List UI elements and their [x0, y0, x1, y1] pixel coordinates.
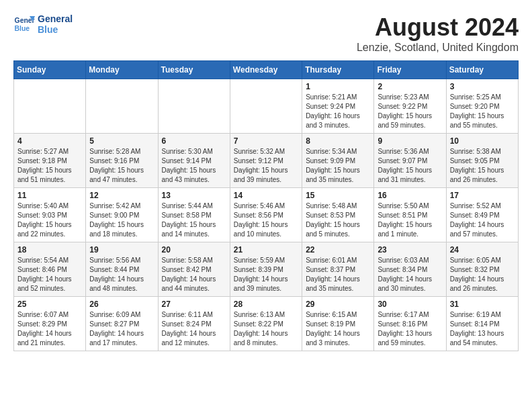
- day-number: 3: [450, 82, 515, 91]
- cell-content: Sunrise: 6:03 AM Sunset: 8:34 PM Dayligh…: [378, 256, 442, 293]
- calendar-cell: 8Sunrise: 5:34 AM Sunset: 9:09 PM Daylig…: [302, 134, 374, 188]
- calendar-cell: 21Sunrise: 5:59 AM Sunset: 8:39 PM Dayli…: [230, 242, 302, 297]
- logo-icon: General Blue: [13, 13, 35, 35]
- cell-content: Sunrise: 5:42 AM Sunset: 9:00 PM Dayligh…: [89, 201, 154, 239]
- calendar-cell: 5Sunrise: 5:28 AM Sunset: 9:16 PM Daylig…: [86, 134, 158, 188]
- day-number: 28: [234, 300, 298, 309]
- day-number: 30: [378, 300, 442, 309]
- cell-content: Sunrise: 6:13 AM Sunset: 8:22 PM Dayligh…: [234, 310, 298, 348]
- day-number: 15: [306, 191, 370, 200]
- calendar-cell: 22Sunrise: 6:01 AM Sunset: 8:37 PM Dayli…: [302, 242, 374, 297]
- cell-content: Sunrise: 6:09 AM Sunset: 8:27 PM Dayligh…: [89, 310, 154, 348]
- cell-content: Sunrise: 5:44 AM Sunset: 8:58 PM Dayligh…: [162, 201, 226, 239]
- calendar-cell: 10Sunrise: 5:38 AM Sunset: 9:05 PM Dayli…: [446, 134, 518, 188]
- cell-content: Sunrise: 6:15 AM Sunset: 8:19 PM Dayligh…: [306, 310, 370, 348]
- calendar-cell: [14, 79, 86, 134]
- day-number: 4: [17, 136, 82, 146]
- day-number: 11: [17, 191, 82, 200]
- calendar-cell: 9Sunrise: 5:36 AM Sunset: 9:07 PM Daylig…: [374, 134, 446, 188]
- day-number: 7: [234, 136, 298, 146]
- day-number: 18: [17, 245, 82, 255]
- cell-content: Sunrise: 5:54 AM Sunset: 8:46 PM Dayligh…: [17, 256, 82, 293]
- calendar-cell: 24Sunrise: 6:05 AM Sunset: 8:32 PM Dayli…: [446, 242, 518, 297]
- cell-content: Sunrise: 5:28 AM Sunset: 9:16 PM Dayligh…: [89, 147, 154, 185]
- cell-content: Sunrise: 5:30 AM Sunset: 9:14 PM Dayligh…: [162, 147, 226, 185]
- calendar-cell: 18Sunrise: 5:54 AM Sunset: 8:46 PM Dayli…: [14, 242, 86, 297]
- calendar-cell: 23Sunrise: 6:03 AM Sunset: 8:34 PM Dayli…: [374, 242, 446, 297]
- calendar-cell: 31Sunrise: 6:19 AM Sunset: 8:14 PM Dayli…: [446, 297, 518, 351]
- calendar-cell: [86, 79, 158, 134]
- calendar-cell: 27Sunrise: 6:11 AM Sunset: 8:24 PM Dayli…: [158, 297, 230, 351]
- calendar-cell: 19Sunrise: 5:56 AM Sunset: 8:44 PM Dayli…: [86, 242, 158, 297]
- calendar-cell: 17Sunrise: 5:52 AM Sunset: 8:49 PM Dayli…: [446, 188, 518, 242]
- cell-content: Sunrise: 5:48 AM Sunset: 8:53 PM Dayligh…: [306, 201, 370, 239]
- day-number: 22: [306, 245, 370, 255]
- calendar-cell: 14Sunrise: 5:46 AM Sunset: 8:56 PM Dayli…: [230, 188, 302, 242]
- cell-content: Sunrise: 5:40 AM Sunset: 9:03 PM Dayligh…: [17, 201, 82, 239]
- location-subtitle: Lenzie, Scotland, United Kingdom: [357, 42, 519, 54]
- calendar-week-row: 1Sunrise: 5:21 AM Sunset: 9:24 PM Daylig…: [14, 79, 519, 134]
- calendar-cell: 15Sunrise: 5:48 AM Sunset: 8:53 PM Dayli…: [302, 188, 374, 242]
- calendar-cell: 25Sunrise: 6:07 AM Sunset: 8:29 PM Dayli…: [14, 297, 86, 351]
- logo-text-general: General: [38, 13, 73, 24]
- cell-content: Sunrise: 5:32 AM Sunset: 9:12 PM Dayligh…: [234, 147, 298, 185]
- day-number: 29: [306, 300, 370, 309]
- day-number: 26: [89, 300, 154, 309]
- day-number: 17: [450, 191, 515, 200]
- weekday-header-monday: Monday: [86, 61, 158, 79]
- day-number: 12: [89, 191, 154, 200]
- calendar-cell: 28Sunrise: 6:13 AM Sunset: 8:22 PM Dayli…: [230, 297, 302, 351]
- calendar-cell: 29Sunrise: 6:15 AM Sunset: 8:19 PM Dayli…: [302, 297, 374, 351]
- weekday-header-wednesday: Wednesday: [230, 61, 302, 79]
- cell-content: Sunrise: 5:25 AM Sunset: 9:20 PM Dayligh…: [450, 93, 515, 130]
- svg-text:Blue: Blue: [15, 25, 30, 32]
- cell-content: Sunrise: 6:05 AM Sunset: 8:32 PM Dayligh…: [450, 256, 515, 293]
- calendar-week-row: 25Sunrise: 6:07 AM Sunset: 8:29 PM Dayli…: [14, 297, 519, 351]
- cell-content: Sunrise: 6:17 AM Sunset: 8:16 PM Dayligh…: [378, 310, 442, 348]
- calendar-week-row: 18Sunrise: 5:54 AM Sunset: 8:46 PM Dayli…: [14, 242, 519, 297]
- cell-content: Sunrise: 6:01 AM Sunset: 8:37 PM Dayligh…: [306, 256, 370, 293]
- weekday-header-tuesday: Tuesday: [158, 61, 230, 79]
- cell-content: Sunrise: 5:21 AM Sunset: 9:24 PM Dayligh…: [306, 93, 370, 130]
- day-number: 21: [234, 245, 298, 255]
- calendar-table: SundayMondayTuesdayWednesdayThursdayFrid…: [13, 60, 519, 351]
- logo-text-blue: Blue: [38, 24, 73, 35]
- calendar-cell: 2Sunrise: 5:23 AM Sunset: 9:22 PM Daylig…: [374, 79, 446, 134]
- calendar-week-row: 11Sunrise: 5:40 AM Sunset: 9:03 PM Dayli…: [14, 188, 519, 242]
- calendar-cell: 12Sunrise: 5:42 AM Sunset: 9:00 PM Dayli…: [86, 188, 158, 242]
- calendar-cell: [158, 79, 230, 134]
- calendar-cell: 16Sunrise: 5:50 AM Sunset: 8:51 PM Dayli…: [374, 188, 446, 242]
- day-number: 9: [378, 136, 442, 146]
- weekday-header-friday: Friday: [374, 61, 446, 79]
- weekday-header-thursday: Thursday: [302, 61, 374, 79]
- cell-content: Sunrise: 5:36 AM Sunset: 9:07 PM Dayligh…: [378, 147, 442, 185]
- day-number: 23: [378, 245, 442, 255]
- day-number: 2: [378, 82, 442, 91]
- cell-content: Sunrise: 6:19 AM Sunset: 8:14 PM Dayligh…: [450, 310, 515, 348]
- cell-content: Sunrise: 5:59 AM Sunset: 8:39 PM Dayligh…: [234, 256, 298, 293]
- cell-content: Sunrise: 6:11 AM Sunset: 8:24 PM Dayligh…: [162, 310, 226, 348]
- calendar-cell: 30Sunrise: 6:17 AM Sunset: 8:16 PM Dayli…: [374, 297, 446, 351]
- weekday-header-row: SundayMondayTuesdayWednesdayThursdayFrid…: [14, 61, 519, 79]
- cell-content: Sunrise: 5:27 AM Sunset: 9:18 PM Dayligh…: [17, 147, 82, 185]
- day-number: 31: [450, 300, 515, 309]
- cell-content: Sunrise: 5:38 AM Sunset: 9:05 PM Dayligh…: [450, 147, 515, 185]
- cell-content: Sunrise: 5:50 AM Sunset: 8:51 PM Dayligh…: [378, 201, 442, 239]
- logo: General Blue General Blue: [13, 13, 73, 35]
- calendar-cell: 13Sunrise: 5:44 AM Sunset: 8:58 PM Dayli…: [158, 188, 230, 242]
- cell-content: Sunrise: 5:46 AM Sunset: 8:56 PM Dayligh…: [234, 201, 298, 239]
- day-number: 10: [450, 136, 515, 146]
- title-area: August 2024 Lenzie, Scotland, United Kin…: [357, 13, 519, 54]
- calendar-cell: 20Sunrise: 5:58 AM Sunset: 8:42 PM Dayli…: [158, 242, 230, 297]
- page-header: General Blue General Blue August 2024 Le…: [13, 13, 519, 54]
- cell-content: Sunrise: 5:58 AM Sunset: 8:42 PM Dayligh…: [162, 256, 226, 293]
- cell-content: Sunrise: 5:56 AM Sunset: 8:44 PM Dayligh…: [89, 256, 154, 293]
- cell-content: Sunrise: 6:07 AM Sunset: 8:29 PM Dayligh…: [17, 310, 82, 348]
- day-number: 1: [306, 82, 370, 91]
- calendar-cell: 6Sunrise: 5:30 AM Sunset: 9:14 PM Daylig…: [158, 134, 230, 188]
- day-number: 24: [450, 245, 515, 255]
- day-number: 25: [17, 300, 82, 309]
- day-number: 6: [162, 136, 226, 146]
- weekday-header-saturday: Saturday: [446, 61, 518, 79]
- month-year-title: August 2024: [357, 13, 519, 42]
